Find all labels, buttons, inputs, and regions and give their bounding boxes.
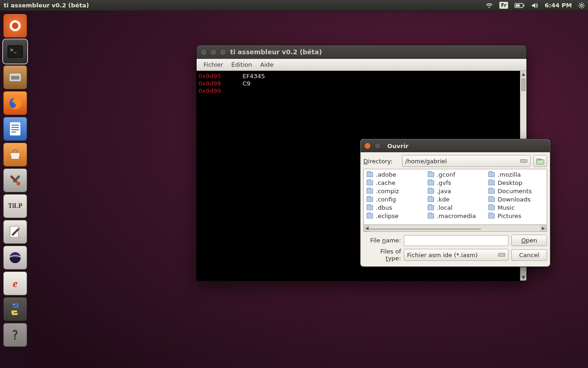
svg-point-27: [17, 182, 20, 185]
folder-item[interactable]: .java: [426, 187, 485, 195]
dialog-titlebar[interactable]: Ouvrir: [361, 139, 550, 152]
scroll-thumb[interactable]: [521, 78, 526, 91]
folder-item[interactable]: .gconf: [426, 170, 485, 178]
menu-help[interactable]: Aide: [256, 60, 277, 69]
folder-icon: [367, 172, 373, 177]
launcher-text-editor[interactable]: [3, 220, 27, 244]
scroll-up-arrow-icon[interactable]: ▲: [520, 71, 526, 77]
folder-icon: [428, 172, 434, 177]
svg-line-10: [583, 3, 583, 4]
folder-icon: [428, 205, 434, 210]
launcher-files[interactable]: [3, 65, 27, 89]
menu-file[interactable]: Fichier: [199, 60, 227, 69]
folder-item[interactable]: Documents: [486, 187, 546, 195]
folder-item[interactable]: .mozilla: [486, 170, 546, 178]
scroll-right-arrow-icon[interactable]: ▶: [540, 225, 547, 231]
filename-input[interactable]: [404, 235, 509, 246]
launcher-python[interactable]: [3, 297, 27, 321]
go-up-button[interactable]: [533, 155, 547, 167]
svg-line-8: [579, 3, 580, 4]
folder-item[interactable]: .adobe: [365, 170, 424, 178]
folder-icon: [488, 172, 495, 177]
svg-point-16: [18, 27, 20, 29]
folder-item[interactable]: .macromedia: [426, 212, 485, 220]
svg-point-31: [13, 304, 14, 305]
folder-item[interactable]: .dbus: [365, 203, 424, 212]
keyboard-layout-indicator[interactable]: Fr: [496, 2, 511, 9]
folder-item[interactable]: .gvfs: [426, 178, 485, 187]
menu-edit[interactable]: Édition: [227, 60, 256, 69]
window-maximize-icon[interactable]: [220, 49, 226, 56]
sound-icon[interactable]: [528, 2, 542, 9]
folder-icon: [428, 189, 434, 194]
folder-item[interactable]: .config: [365, 195, 424, 203]
app-title: ti assembleur v0.2 (béta): [230, 48, 322, 56]
svg-point-15: [11, 27, 12, 29]
file-list-horizontal-scrollbar[interactable]: ◀ ▶: [363, 225, 547, 232]
launcher-help[interactable]: ?: [3, 323, 27, 347]
folder-item[interactable]: Desktop: [486, 178, 546, 187]
folder-item[interactable]: Downloads: [486, 195, 546, 203]
folder-label: .macromedia: [437, 213, 476, 219]
directory-combo[interactable]: /home/gabriel: [402, 155, 531, 167]
combo-handle-icon[interactable]: [498, 253, 505, 257]
dialog-title: Ouvrir: [387, 143, 408, 150]
folder-label: .eclipse: [376, 213, 399, 219]
battery-icon[interactable]: [511, 3, 528, 8]
directory-value: /home/gabriel: [405, 158, 447, 165]
svg-line-9: [583, 7, 583, 7]
folder-label: .config: [376, 196, 396, 203]
open-button[interactable]: Open: [511, 235, 547, 246]
folder-icon: [488, 213, 495, 218]
folder-item[interactable]: .eclipse: [365, 212, 424, 220]
folder-item[interactable]: .local: [426, 203, 485, 212]
cancel-button[interactable]: Cancel: [511, 249, 547, 261]
folder-item[interactable]: .kde: [426, 195, 485, 203]
window-close-icon[interactable]: [200, 49, 207, 56]
folder-icon: [488, 180, 495, 185]
folder-icon: [367, 213, 373, 218]
app-titlebar[interactable]: ti assembleur v0.2 (béta): [197, 45, 526, 59]
launcher-firefox[interactable]: [3, 91, 27, 115]
launcher-dash[interactable]: [3, 14, 27, 38]
launcher-settings[interactable]: [3, 168, 27, 192]
folder-item[interactable]: .compiz: [365, 187, 424, 195]
dialog-close-icon[interactable]: [364, 143, 371, 149]
svg-point-3: [581, 4, 582, 6]
network-wifi-icon[interactable]: [482, 2, 496, 9]
folder-item[interactable]: Music: [486, 203, 546, 212]
hscroll-thumb[interactable]: [370, 229, 481, 230]
folder-item[interactable]: .cache: [365, 178, 424, 187]
launcher: >_ TiLP e ?: [0, 11, 30, 368]
folder-label: .compiz: [376, 188, 399, 195]
svg-line-11: [579, 7, 580, 7]
folder-icon: [367, 197, 373, 202]
launcher-software-center[interactable]: [3, 143, 27, 167]
folder-item[interactable]: Pictures: [486, 212, 546, 220]
folder-label: .mozilla: [498, 171, 520, 178]
launcher-terminal[interactable]: >_: [3, 40, 27, 63]
dialog-minimize-icon[interactable]: [374, 143, 381, 149]
launcher-tilp[interactable]: TiLP: [3, 194, 27, 218]
folder-label: .dbus: [376, 204, 392, 211]
scroll-left-arrow-icon[interactable]: ◀: [364, 225, 370, 231]
launcher-writer[interactable]: [3, 117, 27, 141]
folder-icon: [488, 205, 495, 210]
launcher-eclipse[interactable]: [3, 246, 27, 270]
filetype-value: Fichier asm ide (*.iasm): [407, 252, 478, 259]
svg-rect-2: [515, 4, 520, 6]
clock[interactable]: 6:44 PM: [542, 2, 575, 9]
session-gear-icon[interactable]: [575, 2, 588, 9]
combo-handle-icon[interactable]: [520, 159, 527, 163]
launcher-evince[interactable]: e: [3, 271, 27, 295]
folder-icon: [428, 197, 434, 202]
folder-label: Downloads: [498, 196, 530, 203]
filetype-combo[interactable]: Fichier asm ide (*.iasm): [404, 249, 509, 261]
svg-text:>_: >_: [10, 47, 17, 53]
top-panel: ti assembleur v0.2 (béta) Fr 6:44 PM: [0, 0, 588, 11]
folder-icon: [367, 189, 373, 194]
window-minimize-icon[interactable]: [210, 49, 217, 56]
folder-icon: [488, 197, 495, 202]
file-list[interactable]: .adobe.cache.compiz.config.dbus.eclipse …: [363, 169, 547, 225]
scroll-down-arrow-icon[interactable]: ▼: [520, 274, 526, 281]
